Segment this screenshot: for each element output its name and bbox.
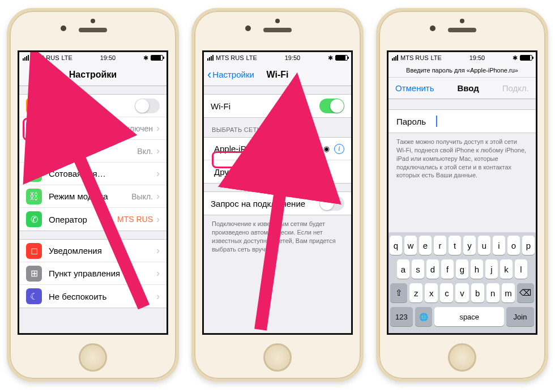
key-y[interactable]: y — [463, 236, 476, 255]
row-label: Авиарежим — [49, 101, 135, 110]
key-row-3: ⇧ zxcvbnm ⌫ — [390, 283, 534, 302]
row-label: Wi-Fi — [49, 123, 101, 133]
key-c[interactable]: c — [440, 283, 453, 302]
globe-key[interactable]: 🌐 — [415, 307, 433, 326]
chevron-icon: › — [156, 214, 160, 225]
clock-label: 19:50 — [100, 54, 116, 61]
spinner-icon — [270, 126, 278, 134]
key-e[interactable]: e — [419, 236, 432, 255]
key-h[interactable]: h — [471, 259, 483, 279]
control-center-icon: ⊞ — [26, 266, 42, 282]
key-n[interactable]: n — [486, 283, 500, 302]
chevron-icon: › — [156, 291, 160, 302]
key-b[interactable]: b — [471, 283, 484, 302]
phone-frame-2: MTS RUSLTE 19:50 ✱ ‹Настройки Wi-Fi Wi-F… — [191, 8, 364, 382]
battery-icon — [520, 55, 532, 61]
screen-wifi: MTS RUSLTE 19:50 ✱ ‹Настройки Wi-Fi Wi-F… — [202, 50, 353, 335]
settings-group-network: ✈ Авиарежим Wi-Fi Не подключен › ∗ Bluet… — [19, 94, 166, 231]
row-notifications[interactable]: ◻ Уведомления › — [19, 240, 166, 262]
phone-frame-1: MTS RUSLTE 19:50 ✱ Настройки ✈ Авиарежим… — [7, 8, 179, 382]
key-p[interactable]: p — [522, 236, 535, 255]
battery-icon — [335, 55, 348, 61]
backspace-key[interactable]: ⌫ — [517, 283, 534, 302]
sensor-dot — [275, 19, 280, 23]
key-j[interactable]: j — [485, 259, 498, 279]
row-label: Пункт управления — [49, 269, 156, 278]
row-wifi-toggle[interactable]: Wi-Fi — [204, 95, 351, 117]
shift-key[interactable]: ⇧ — [390, 283, 407, 302]
wifi-toggle[interactable] — [319, 99, 344, 113]
key-q[interactable]: q — [390, 236, 402, 255]
key-v[interactable]: v — [455, 283, 468, 302]
key-u[interactable]: u — [478, 236, 490, 255]
join-button[interactable]: Подкл. — [502, 83, 529, 93]
space-key[interactable]: space — [434, 307, 504, 326]
nav-bar: ‹Настройки Wi-Fi — [204, 63, 351, 86]
front-camera — [430, 25, 436, 31]
prompt-toolbar: Отменить Ввод Подкл. — [388, 78, 536, 99]
key-l[interactable]: l — [515, 259, 527, 279]
key-t[interactable]: t — [449, 236, 461, 255]
row-dnd[interactable]: ☾ Не беспокоить › — [19, 285, 166, 308]
row-control-center[interactable]: ⊞ Пункт управления › — [19, 262, 166, 285]
key-f[interactable]: f — [441, 259, 454, 279]
key-x[interactable]: x — [425, 283, 438, 302]
back-label: Настройки — [212, 70, 254, 79]
ask-join-toggle[interactable] — [319, 196, 344, 211]
earpiece — [79, 28, 107, 32]
join-key[interactable]: Join — [506, 307, 534, 326]
wifi-toggle-group: Wi-Fi — [204, 94, 351, 118]
key-z[interactable]: z — [409, 283, 422, 302]
row-wifi[interactable]: Wi-Fi Не подключен › — [19, 117, 166, 140]
row-label: Не беспокоить — [49, 292, 156, 301]
home-button[interactable] — [448, 343, 476, 372]
key-a[interactable]: a — [397, 259, 409, 279]
chevron-left-icon: ‹ — [207, 67, 211, 82]
cancel-button[interactable]: Отменить — [395, 83, 434, 93]
home-button[interactable] — [263, 343, 292, 372]
key-m[interactable]: m — [502, 283, 515, 302]
info-icon[interactable]: i — [334, 144, 344, 154]
key-o[interactable]: o — [507, 236, 520, 255]
sensor-dot — [91, 19, 95, 23]
row-label: Уведомления — [49, 246, 156, 255]
phone-frame-3: MTS RUSLTE 19:50 ✱ Введите пароль для «A… — [376, 8, 548, 382]
settings-group-general: ◻ Уведомления › ⊞ Пункт управления › ☾ Н… — [19, 239, 166, 308]
signal-icon — [23, 55, 29, 61]
key-k[interactable]: k — [500, 259, 513, 279]
row-airplane[interactable]: ✈ Авиарежим — [19, 95, 166, 117]
network-name: Apple-iPhone.ru — [211, 144, 310, 154]
bluetooth-icon: ∗ — [26, 143, 42, 159]
notifications-icon: ◻ — [26, 243, 42, 259]
key-r[interactable]: r — [434, 236, 446, 255]
carrier-label: MTS RUS — [400, 54, 429, 61]
phone-icon: ✆ — [26, 211, 42, 227]
wifi-strength-icon: ◉ — [323, 144, 330, 153]
network-list: Apple-iPhone.ru 🔒 ◉ i Другая… — [204, 137, 351, 184]
status-bar: MTS RUSLTE 19:50 ✱ — [388, 52, 536, 63]
row-hotspot[interactable]: ⛓ Режим модема Выкл. › — [19, 185, 166, 208]
key-w[interactable]: w — [404, 236, 417, 255]
key-g[interactable]: g — [456, 259, 468, 279]
home-button[interactable] — [79, 343, 107, 372]
password-field-row[interactable]: Пароль — [388, 109, 536, 133]
key-i[interactable]: i — [493, 236, 505, 255]
page-title: Настройки — [69, 70, 117, 80]
password-hint: Также можно получить доступ к этой сети … — [388, 133, 536, 184]
choose-network-header: ВЫБРАТЬ СЕТЬ... — [204, 118, 351, 137]
row-other-network[interactable]: Другая… — [204, 160, 351, 183]
key-s[interactable]: s — [412, 259, 424, 279]
row-network[interactable]: Apple-iPhone.ru 🔒 ◉ i — [204, 138, 351, 160]
row-bluetooth[interactable]: ∗ Bluetoo… Вкл. › — [19, 140, 166, 163]
row-carrier[interactable]: ✆ Оператор MTS RUS › — [19, 208, 166, 231]
key-row-4: 123 🌐 space Join — [390, 307, 534, 326]
numbers-key[interactable]: 123 — [390, 307, 413, 326]
row-ask-join[interactable]: Запрос на подключение — [204, 192, 351, 215]
back-button[interactable]: ‹Настройки — [207, 67, 254, 82]
lock-icon: 🔒 — [310, 145, 319, 153]
key-d[interactable]: d — [426, 259, 439, 279]
signal-icon — [392, 55, 398, 61]
row-label: Wi-Fi — [211, 101, 319, 111]
row-cellular[interactable]: 📶 Сотовая свя… › — [19, 163, 166, 185]
airplane-toggle[interactable] — [135, 99, 160, 113]
